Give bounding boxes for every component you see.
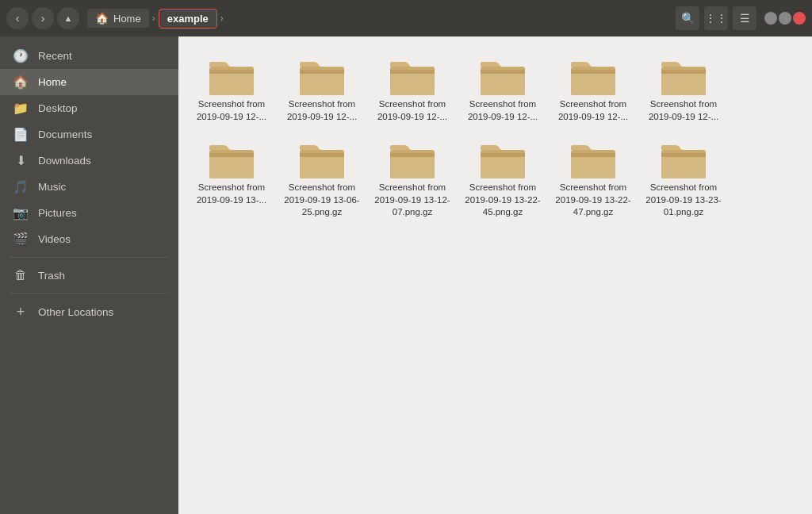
menu-icon: ☰ <box>740 12 750 25</box>
folder-icon <box>387 139 438 182</box>
file-name-label: Screenshot from 2019-09-19 12-... <box>283 98 361 123</box>
breadcrumb-current[interactable]: example <box>159 9 217 29</box>
folder-icon <box>387 56 438 98</box>
breadcrumb-separator: › <box>152 13 155 24</box>
file-item[interactable]: Screenshot from 2019-09-19 13-12-07.png.… <box>369 132 456 225</box>
svg-rect-5 <box>300 70 344 74</box>
file-item[interactable]: Screenshot from 2019-09-19 13-06-25.png.… <box>278 132 366 225</box>
sidebar-item-videos[interactable]: 🎬 Videos <box>0 226 178 252</box>
file-item[interactable]: Screenshot from 2019-09-19 12-... <box>188 49 275 129</box>
titlebar-actions: 🔍 ⋮⋮ ☰ <box>676 6 756 30</box>
sidebar-label-pictures: Pictures <box>38 207 77 219</box>
search-button[interactable]: 🔍 <box>676 6 699 30</box>
home-icon: 🏠 <box>95 12 109 25</box>
file-name-label: Screenshot from 2019-09-19 13-22-47.png.… <box>554 182 632 219</box>
titlebar: ‹ › ▲ 🏠 Home › example › 🔍 ⋮⋮ ☰ <box>0 0 812 36</box>
documents-icon: 📄 <box>13 127 29 142</box>
breadcrumb-home-label: Home <box>113 13 141 25</box>
file-item[interactable]: Screenshot from 2019-09-19 13-22-45.png.… <box>459 132 546 225</box>
file-item[interactable]: Screenshot from 2019-09-19 12-... <box>640 49 727 129</box>
folder-icon <box>477 56 528 98</box>
view-toggle-button[interactable]: ⋮⋮ <box>704 6 728 30</box>
sidebar-label-music: Music <box>38 181 66 193</box>
svg-rect-14 <box>571 70 615 74</box>
file-item[interactable]: Screenshot from 2019-09-19 13-22-47.png.… <box>550 132 637 225</box>
breadcrumb-current-label: example <box>167 13 209 25</box>
file-item[interactable]: Screenshot from 2019-09-19 12-... <box>550 49 637 129</box>
svg-rect-8 <box>390 70 435 74</box>
svg-rect-2 <box>209 70 254 74</box>
sidebar-item-documents[interactable]: 📄 Documents <box>0 121 178 148</box>
sidebar-label-other: Other Locations <box>38 306 113 318</box>
svg-rect-23 <box>300 153 344 157</box>
folder-icon <box>568 139 619 182</box>
downloads-icon: ⬇ <box>13 153 29 168</box>
file-name-label: Screenshot from 2019-09-19 13-12-07.png.… <box>373 182 451 219</box>
recent-icon: 🕐 <box>13 48 29 63</box>
close-button[interactable] <box>793 12 806 25</box>
file-name-label: Screenshot from 2019-09-19 13-... <box>193 182 270 206</box>
sidebar-label-trash: Trash <box>38 270 65 282</box>
sidebar-label-home: Home <box>38 76 67 88</box>
videos-icon: 🎬 <box>13 232 29 247</box>
file-area: Screenshot from 2019-09-19 12-...Screens… <box>178 36 812 514</box>
sidebar-label-videos: Videos <box>38 233 71 245</box>
sidebar-label-recent: Recent <box>38 50 72 62</box>
svg-rect-17 <box>661 70 706 74</box>
sidebar-label-desktop: Desktop <box>38 102 78 114</box>
minimize-button[interactable] <box>764 12 777 25</box>
menu-button[interactable]: ☰ <box>733 6 756 30</box>
folder-icon <box>568 56 619 98</box>
window-controls <box>764 12 806 25</box>
file-name-label: Screenshot from 2019-09-19 13-22-45.png.… <box>464 182 542 219</box>
back-button[interactable]: ‹ <box>6 7 29 29</box>
folder-icon <box>206 56 257 98</box>
view-list-icon: ⋮⋮ <box>705 12 727 25</box>
file-item[interactable]: Screenshot from 2019-09-19 12-... <box>369 49 456 129</box>
folder-icon <box>206 139 257 182</box>
svg-rect-11 <box>481 70 525 74</box>
file-item[interactable]: Screenshot from 2019-09-19 12-... <box>278 49 366 129</box>
sidebar-item-recent[interactable]: 🕐 Recent <box>0 43 178 69</box>
sidebar-item-pictures[interactable]: 📷 Pictures <box>0 200 178 226</box>
maximize-button[interactable] <box>779 12 791 25</box>
up-button[interactable]: ▲ <box>57 7 79 29</box>
file-name-label: Screenshot from 2019-09-19 12-... <box>193 98 270 123</box>
folder-icon <box>477 139 528 182</box>
file-name-label: Screenshot from 2019-09-19 12-... <box>554 98 632 123</box>
sidebar-item-home[interactable]: 🏠 Home <box>0 69 178 95</box>
sidebar-item-desktop[interactable]: 📁 Desktop <box>0 95 178 121</box>
folder-icon <box>658 139 709 182</box>
svg-rect-26 <box>390 153 435 157</box>
trash-icon: 🗑 <box>13 268 29 282</box>
file-name-label: Screenshot from 2019-09-19 13-23-01.png.… <box>645 182 722 219</box>
file-name-label: Screenshot from 2019-09-19 12-... <box>645 98 722 123</box>
svg-rect-35 <box>661 153 706 157</box>
forward-button[interactable]: › <box>32 7 54 29</box>
file-name-label: Screenshot from 2019-09-19 12-... <box>373 98 451 123</box>
file-item[interactable]: Screenshot from 2019-09-19 12-... <box>459 49 546 129</box>
folder-icon <box>658 56 709 98</box>
search-icon: 🔍 <box>681 12 695 25</box>
sidebar-separator <box>10 257 169 258</box>
sidebar-item-trash[interactable]: 🗑 Trash <box>0 263 178 288</box>
file-name-label: Screenshot from 2019-09-19 12-... <box>464 98 542 123</box>
breadcrumb-end-arrow: › <box>220 13 224 24</box>
other-locations-icon: + <box>13 304 29 320</box>
file-item[interactable]: Screenshot from 2019-09-19 13-... <box>188 132 275 225</box>
home-sidebar-icon: 🏠 <box>13 75 29 90</box>
file-grid: Screenshot from 2019-09-19 12-...Screens… <box>188 49 802 225</box>
file-item[interactable]: Screenshot from 2019-09-19 13-23-01.png.… <box>640 132 727 225</box>
sidebar-item-downloads[interactable]: ⬇ Downloads <box>0 148 178 174</box>
main-area: 🕐 Recent 🏠 Home 📁 Desktop 📄 Documents ⬇ … <box>0 36 812 514</box>
sidebar: 🕐 Recent 🏠 Home 📁 Desktop 📄 Documents ⬇ … <box>0 36 178 514</box>
breadcrumb-home[interactable]: 🏠 Home <box>87 9 149 28</box>
sidebar-item-other-locations[interactable]: + Other Locations <box>0 298 178 326</box>
folder-icon <box>297 56 347 98</box>
breadcrumb: 🏠 Home › example › <box>87 9 668 29</box>
pictures-icon: 📷 <box>13 205 29 221</box>
svg-rect-29 <box>481 153 525 157</box>
sidebar-label-downloads: Downloads <box>38 155 91 167</box>
sidebar-separator-2 <box>10 293 169 293</box>
sidebar-item-music[interactable]: 🎵 Music <box>0 174 178 200</box>
